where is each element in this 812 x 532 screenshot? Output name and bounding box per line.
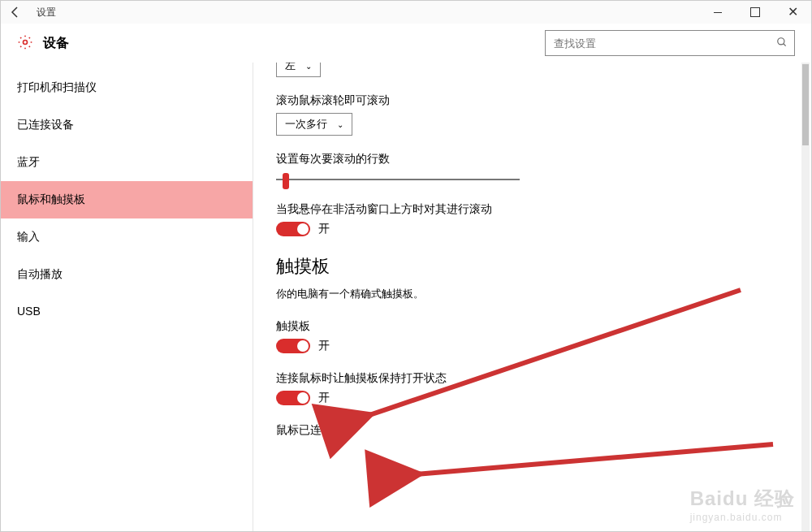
slider-thumb[interactable] xyxy=(283,173,289,189)
search-input[interactable] xyxy=(552,37,776,50)
mouse-connected-label: 鼠标已连接 xyxy=(276,423,787,438)
touchpad-section-title: 触摸板 xyxy=(276,254,787,279)
content-pane: 左 ⌄ 滚动鼠标滚轮即可滚动 一次多行 ⌄ 设置每次要滚动的行数 当我悬停在非活… xyxy=(253,63,811,531)
svg-line-4 xyxy=(416,444,773,474)
close-button[interactable]: ✕ xyxy=(774,1,811,24)
sidebar-item-usb[interactable]: USB xyxy=(1,293,253,329)
maximize-button[interactable] xyxy=(736,1,774,24)
minimize-button[interactable] xyxy=(699,1,736,24)
touchpad-enable-label: 触摸板 xyxy=(276,319,787,334)
back-button[interactable] xyxy=(1,1,30,24)
page-header: 设备 xyxy=(1,24,811,63)
touchpad-keep-on-toggle[interactable] xyxy=(276,391,310,405)
touchpad-desc: 你的电脑有一个精确式触摸板。 xyxy=(276,287,787,301)
inactive-hover-toggle[interactable] xyxy=(276,222,310,236)
sidebar-item-input[interactable]: 输入 xyxy=(1,218,253,256)
sidebar-item-mouse-touchpad[interactable]: 鼠标和触摸板 xyxy=(1,181,253,218)
chevron-down-icon: ⌄ xyxy=(305,63,312,71)
slider-track xyxy=(276,179,520,180)
inactive-hover-state: 开 xyxy=(318,222,330,236)
sidebar: 打印机和扫描仪 已连接设备 蓝牙 鼠标和触摸板 输入 自动播放 USB xyxy=(1,63,253,531)
sidebar-item-autoplay[interactable]: 自动播放 xyxy=(1,256,253,293)
svg-line-2 xyxy=(784,43,786,45)
window-title: 设置 xyxy=(37,6,699,19)
sidebar-item-bluetooth[interactable]: 蓝牙 xyxy=(1,144,253,181)
inactive-hover-label: 当我悬停在非活动窗口上方时对其进行滚动 xyxy=(276,202,787,217)
svg-point-1 xyxy=(778,37,784,44)
vertical-scrollbar[interactable] xyxy=(801,63,810,531)
svg-point-0 xyxy=(24,40,28,44)
sidebar-item-connected[interactable]: 已连接设备 xyxy=(1,106,253,144)
gear-icon xyxy=(17,34,33,53)
search-icon xyxy=(776,37,788,50)
search-box[interactable] xyxy=(545,30,795,56)
watermark: Baidu 经验 jingyan.baidu.com xyxy=(690,486,795,523)
touchpad-enable-toggle[interactable] xyxy=(276,339,310,353)
scroll-wheel-value: 一次多行 xyxy=(285,117,327,132)
touchpad-keep-on-state: 开 xyxy=(318,391,330,405)
lines-per-scroll-slider[interactable] xyxy=(276,171,520,188)
watermark-url: jingyan.baidu.com xyxy=(690,512,795,523)
chevron-down-icon: ⌄ xyxy=(337,120,343,129)
sidebar-item-printers[interactable]: 打印机和扫描仪 xyxy=(1,69,253,106)
titlebar: 设置 ✕ xyxy=(1,1,811,24)
scroll-wheel-dropdown[interactable]: 一次多行 ⌄ xyxy=(276,113,352,136)
touchpad-enable-state: 开 xyxy=(318,339,330,353)
page-title: 设备 xyxy=(43,35,69,52)
scroll-wheel-label: 滚动鼠标滚轮即可滚动 xyxy=(276,93,787,108)
primary-button-dropdown[interactable]: 左 ⌄ xyxy=(276,63,321,77)
touchpad-keep-on-label: 连接鼠标时让触摸板保持打开状态 xyxy=(276,371,787,386)
lines-per-scroll-label: 设置每次要滚动的行数 xyxy=(276,152,787,167)
watermark-brand: Baidu 经验 xyxy=(690,487,795,509)
scrollbar-thumb[interactable] xyxy=(802,64,809,145)
primary-button-value: 左 xyxy=(285,63,296,73)
